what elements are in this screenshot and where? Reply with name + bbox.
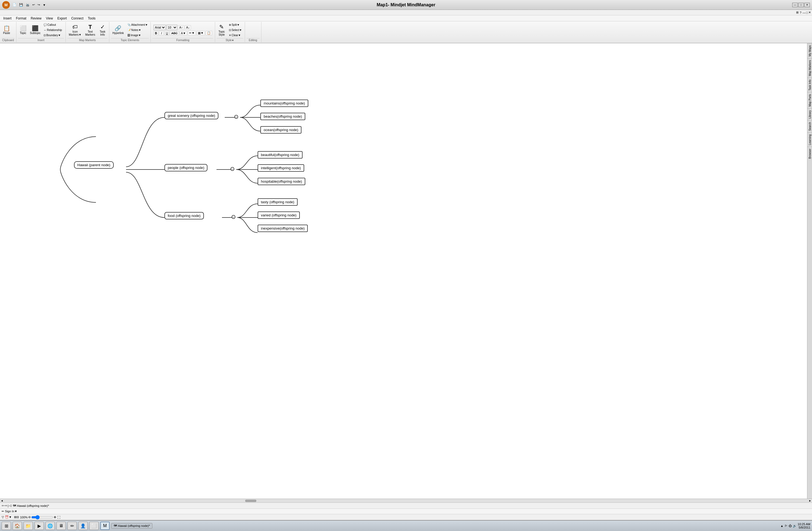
paste-btn[interactable]: 📋 Paste [2,24,12,36]
topic-btn[interactable]: ⬜ Topic [18,24,28,36]
menu-insert[interactable]: Insert [1,16,14,21]
notes-btn[interactable]: 📝 Notes▼ [126,28,149,32]
menu-connect[interactable]: Connect [69,16,86,21]
tab-search[interactable]: Search [807,120,812,132]
topic-style-btn[interactable]: ✎ TopicStyle [217,23,227,37]
menu-export[interactable]: Export [55,16,69,21]
node-great-scenery[interactable]: great scenery (offspring node) [164,112,218,119]
tab-learning[interactable]: Learning [807,132,812,147]
redo-icon[interactable]: ↪ [37,2,41,8]
node-people[interactable]: people (offspring node) [164,164,207,171]
node-intelligent[interactable]: intelligent(offspring node) [258,164,304,172]
window-ctrl-min[interactable]: — [802,11,806,14]
customize-icon[interactable]: ▼ [42,2,47,8]
nav-back-btn[interactable]: ⇦ [2,504,4,507]
task-info-btn[interactable]: ✓ TaskInfo [98,23,107,37]
grow-font-btn[interactable]: A↑ [178,25,184,30]
clock-display[interactable]: 10:25 AM 5/8/2011 [798,522,810,529]
bold-btn[interactable]: B [154,31,158,36]
subtopic-btn[interactable]: ⬛ Subtopic [29,24,42,36]
node-varied[interactable]: varied (offspring node) [258,211,300,219]
signin-btn[interactable]: ✏ Sign In▼ [2,509,17,513]
taskbar-media-btn[interactable]: ▶ [34,522,44,530]
window-ctrl-max[interactable]: □ [806,11,808,14]
tab-browser[interactable]: Browser [807,147,812,160]
systray-arrow[interactable]: ▲ [781,524,783,528]
taskbar-home-btn[interactable]: 🏠 [13,522,22,530]
save-icon[interactable]: 💾 [18,2,24,8]
border-btn[interactable]: ▦▼ [197,31,205,36]
clear-btn[interactable]: ✕ Clear▼ [228,33,243,38]
tab-task-info[interactable]: Task Info [807,78,812,92]
scroll-left-btn[interactable]: ◄ [1,499,3,502]
tab-map-markers[interactable]: Map Markers [807,58,812,78]
relationship-btn[interactable]: ↔ Relationship [43,28,63,32]
strikethrough-btn[interactable]: ABC [170,31,179,36]
print-icon[interactable]: 🖨️ [25,2,31,8]
menu-tools[interactable]: Tools [86,16,98,21]
collapse-people[interactable]: − [231,167,234,171]
copy-format-btn[interactable]: 📋 [205,31,212,36]
taskbar-computer-btn[interactable]: 🖥 [56,522,66,530]
help-icon[interactable]: ? [800,11,801,14]
scroll-right-btn[interactable]: ► [809,499,811,502]
node-beaches[interactable]: beaches(offspring node) [260,113,305,120]
node-tasty[interactable]: tasty (offspring node) [258,198,298,206]
attachment-btn[interactable]: 📎 Attachment▼ [126,23,149,27]
image-btn[interactable]: 🖼 Image▼ [126,33,149,38]
node-hospitable[interactable]: hospitable(offspring node) [258,178,305,185]
close-btn[interactable]: ✕ [804,3,810,7]
zoom-out-btn[interactable]: ⊖ [28,515,31,519]
font-size-select[interactable]: 10 [166,25,177,30]
italic-btn[interactable]: I [159,31,164,36]
collapse-great-scenery[interactable]: − [234,115,238,119]
maximize-btn[interactable]: □ [798,3,804,7]
tab-my-maps[interactable]: My Maps [807,43,812,58]
taskbar-people-btn[interactable]: 👤 [78,522,88,530]
shrink-font-btn[interactable]: A↓ [185,25,191,30]
text-markers-btn[interactable]: T TextMarkers [84,23,97,37]
select-btn[interactable]: ⊡ Select▼ [228,28,243,32]
flag-icon[interactable]: 🏳 [785,524,788,528]
hyperlink-btn[interactable]: 🔗 Hyperlink [111,24,125,36]
node-ocean[interactable]: ocean(offspring node) [260,126,302,134]
nav-up-btn[interactable]: ◁ [9,504,11,507]
taskbar-folder-btn[interactable]: 📁 [24,522,33,530]
taskbar-browser-btn[interactable]: 🌐 [45,522,55,530]
clock-icon[interactable]: ⏰▼ [5,515,12,519]
new-icon[interactable]: 📄 [12,2,17,8]
taskbar-edit-btn[interactable]: ✏ [68,522,77,530]
callout-btn[interactable]: 💬 Callout [43,23,63,27]
font-select[interactable]: Arial [154,25,166,30]
zoom-slider[interactable] [31,515,53,519]
window-ctrl-close[interactable]: ✕ [809,11,811,14]
nav-forward-btn[interactable]: ⇨ [5,504,7,507]
underline-btn[interactable]: U [164,31,169,36]
power-icon[interactable]: ⏻ [789,524,792,528]
taskbar-window-btn[interactable]: ⬜ [89,522,99,530]
split-btn[interactable]: ⊕ Split▼ [228,23,243,27]
node-food[interactable]: food (offspring node) [164,212,204,220]
tab-library[interactable]: Library [807,108,812,121]
zoom-in-btn[interactable]: ⊕ [54,515,56,519]
menu-format[interactable]: Format [14,16,29,21]
grid-icon[interactable]: ⊞ [796,11,799,14]
boundary-btn[interactable]: ⊡ Boundary▼ [43,33,63,38]
menu-review[interactable]: Review [29,16,44,21]
taskbar-active-window[interactable]: 🗺 Hawaii (offspring node)* [111,523,153,529]
node-beautiful[interactable]: beautiful(offspring node) [258,151,303,158]
taskbar-mindjet-btn[interactable]: M [100,522,110,530]
node-mountains[interactable]: mountains(offspring node) [260,100,308,107]
scroll-thumb-h[interactable] [245,500,256,502]
tab-map-parts[interactable]: Map Parts [807,92,812,108]
highlight-btn[interactable]: ✏▼ [188,31,196,36]
start-btn[interactable]: ⊞ [2,522,11,530]
node-hawaii[interactable]: Hawaii (parent node) [74,161,114,169]
node-inexpensive[interactable]: inexpensive(offspring node) [258,225,308,232]
fullscreen-btn[interactable]: ⛶ [57,516,60,519]
icon-markers-btn[interactable]: 🏷 IconMarkers▼ [68,23,83,37]
filter-icon[interactable]: ▽ [2,515,4,519]
minimize-btn[interactable]: — [792,3,798,7]
mindmap-canvas[interactable]: Hawaii (parent node) great scenery (offs… [0,43,812,499]
undo-icon[interactable]: ↩ [31,2,36,8]
